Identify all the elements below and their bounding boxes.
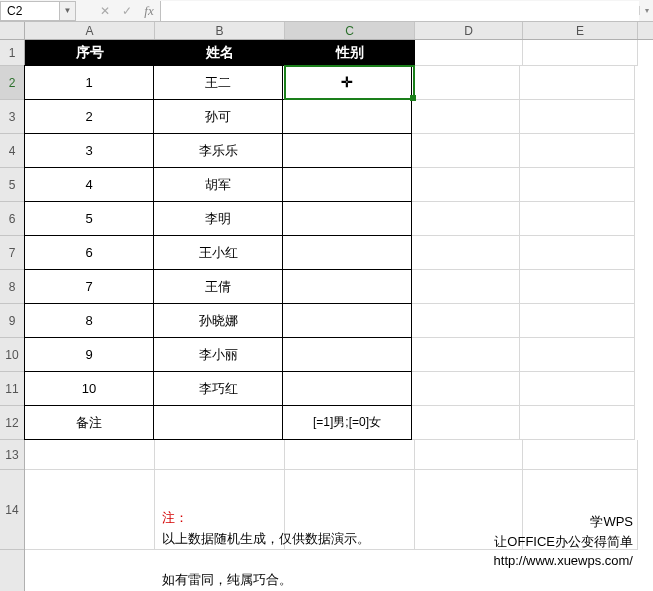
- formula-confirm-button[interactable]: ✓: [116, 1, 138, 21]
- cell-gender[interactable]: [282, 371, 412, 406]
- cell-seq[interactable]: 8: [24, 303, 154, 338]
- cell[interactable]: [412, 134, 520, 168]
- cell[interactable]: [520, 406, 635, 440]
- col-header-B[interactable]: B: [155, 22, 285, 39]
- cell[interactable]: [25, 470, 155, 550]
- name-box-dropdown[interactable]: ▼: [60, 1, 76, 21]
- cell-gender[interactable]: [282, 133, 412, 168]
- cell-gender[interactable]: [282, 337, 412, 372]
- table-row: 4胡军: [25, 168, 653, 202]
- cell[interactable]: [412, 168, 520, 202]
- formula-input[interactable]: [160, 1, 639, 21]
- cell[interactable]: [412, 66, 520, 100]
- cell-seq[interactable]: 10: [24, 371, 154, 406]
- table-header-name: 姓名: [155, 40, 285, 66]
- table-header-gender: 性别: [285, 40, 415, 66]
- cell-seq[interactable]: 2: [24, 99, 154, 134]
- cell-seq[interactable]: 3: [24, 133, 154, 168]
- cell[interactable]: [412, 236, 520, 270]
- cell-seq[interactable]: 9: [24, 337, 154, 372]
- cell-name[interactable]: 胡军: [153, 167, 283, 202]
- cell[interactable]: [412, 270, 520, 304]
- cell[interactable]: [412, 338, 520, 372]
- spreadsheet-grid: A B C D E 1234567891011121314 序号 姓名 性别 1…: [0, 22, 653, 591]
- row-header-12[interactable]: 12: [0, 406, 24, 440]
- cell[interactable]: [520, 202, 635, 236]
- col-header-D[interactable]: D: [415, 22, 523, 39]
- cell[interactable]: [520, 100, 635, 134]
- cell[interactable]: [415, 440, 523, 470]
- cell-name[interactable]: 孙可: [153, 99, 283, 134]
- cell[interactable]: [412, 100, 520, 134]
- row-header-6[interactable]: 6: [0, 202, 24, 236]
- cell-seq[interactable]: 4: [24, 167, 154, 202]
- cell-seq[interactable]: 6: [24, 235, 154, 270]
- name-box[interactable]: C2: [0, 1, 60, 21]
- row-header-7[interactable]: 7: [0, 236, 24, 270]
- cell[interactable]: [520, 304, 635, 338]
- cell[interactable]: [155, 440, 285, 470]
- remarks-format[interactable]: [=1]男;[=0]女: [282, 405, 412, 440]
- note-line2: 如有雷同，纯属巧合。: [162, 572, 292, 587]
- row-header-8[interactable]: 8: [0, 270, 24, 304]
- cell[interactable]: [523, 40, 638, 66]
- row-header-2[interactable]: 2: [0, 66, 24, 100]
- cell-gender[interactable]: [282, 269, 412, 304]
- cursor-cross-icon: ✛: [341, 73, 353, 89]
- cell[interactable]: [412, 372, 520, 406]
- row-header-3[interactable]: 3: [0, 100, 24, 134]
- cell-seq[interactable]: 5: [24, 201, 154, 236]
- note-text: 注： 以上数据随机生成，仅供数据演示。 如有雷同，纯属巧合。: [160, 506, 420, 591]
- col-header-C[interactable]: C: [285, 22, 415, 39]
- cell-name[interactable]: 李巧红: [153, 371, 283, 406]
- row-headers: 1234567891011121314: [0, 40, 25, 591]
- col-header-E[interactable]: E: [523, 22, 638, 39]
- cell[interactable]: [415, 40, 523, 66]
- cell-name[interactable]: 李小丽: [153, 337, 283, 372]
- cell[interactable]: [520, 134, 635, 168]
- row-header-10[interactable]: 10: [0, 338, 24, 372]
- cell[interactable]: [520, 168, 635, 202]
- cell[interactable]: [412, 202, 520, 236]
- cell-gender[interactable]: [282, 99, 412, 134]
- fx-button[interactable]: fx: [138, 1, 160, 21]
- row-header-13[interactable]: 13: [0, 440, 24, 470]
- select-all-corner[interactable]: [0, 22, 25, 40]
- row-header-5[interactable]: 5: [0, 168, 24, 202]
- row-header-1[interactable]: 1: [0, 40, 24, 66]
- cell-gender[interactable]: [282, 201, 412, 236]
- cell[interactable]: [520, 270, 635, 304]
- row-header-9[interactable]: 9: [0, 304, 24, 338]
- cell-name[interactable]: 孙晓娜: [153, 303, 283, 338]
- cell[interactable]: [285, 440, 415, 470]
- cell[interactable]: [412, 304, 520, 338]
- col-header-A[interactable]: A: [25, 22, 155, 39]
- cell-name[interactable]: 李明: [153, 201, 283, 236]
- cell-name[interactable]: 王二: [153, 65, 283, 100]
- cell[interactable]: [153, 405, 283, 440]
- cell[interactable]: [520, 236, 635, 270]
- remarks-label[interactable]: 备注: [24, 405, 154, 440]
- row-header-14[interactable]: 14: [0, 470, 24, 550]
- cell-gender[interactable]: [282, 167, 412, 202]
- cell-seq[interactable]: 7: [24, 269, 154, 304]
- cell-gender[interactable]: [282, 303, 412, 338]
- cell[interactable]: [520, 372, 635, 406]
- cell[interactable]: [523, 440, 638, 470]
- cell-name[interactable]: 王倩: [153, 269, 283, 304]
- table-row: 2孙可: [25, 100, 653, 134]
- cell[interactable]: [412, 406, 520, 440]
- cell[interactable]: [520, 66, 635, 100]
- cell-name[interactable]: 李乐乐: [153, 133, 283, 168]
- footer-line2: 让OFFICE办公变得简单: [494, 534, 633, 549]
- cell-seq[interactable]: 1: [24, 65, 154, 100]
- cell-gender[interactable]: [282, 235, 412, 270]
- formula-bar-expand[interactable]: ▾: [639, 6, 653, 15]
- row-header-11[interactable]: 11: [0, 372, 24, 406]
- row-header-4[interactable]: 4: [0, 134, 24, 168]
- cells-area[interactable]: 序号 姓名 性别 1王二2孙可3李乐乐4胡军5李明6王小红7王倩8孙晓娜9李小丽…: [25, 40, 653, 591]
- cell[interactable]: [520, 338, 635, 372]
- cell[interactable]: [25, 440, 155, 470]
- cell-name[interactable]: 王小红: [153, 235, 283, 270]
- formula-cancel-button[interactable]: ✕: [94, 1, 116, 21]
